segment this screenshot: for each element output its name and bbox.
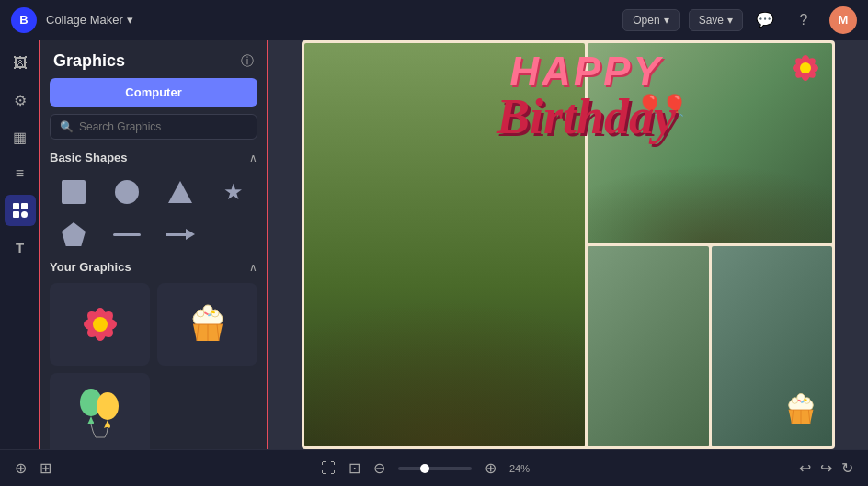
shape-pentagon-item[interactable] xyxy=(50,216,97,253)
nav-layout-btn[interactable]: ▦ xyxy=(5,121,36,153)
balloons-svg xyxy=(73,382,128,446)
svg-rect-2 xyxy=(13,211,19,218)
info-icon[interactable]: ⓘ xyxy=(241,53,254,70)
save-btn[interactable]: Save ▾ xyxy=(689,9,743,31)
shape-pentagon xyxy=(62,222,86,246)
shape-square-item[interactable] xyxy=(50,174,97,210)
basic-shapes-chevron[interactable]: ∧ xyxy=(249,152,257,164)
shape-circle xyxy=(115,180,139,204)
svg-rect-0 xyxy=(13,203,19,209)
bottom-bar: ⊕ ⊞ ⛶ ⊡ ⊖ ⊕ 24% ↩ ↪ ↻ xyxy=(0,449,868,486)
chat-icon[interactable]: 💬 xyxy=(752,7,778,33)
photo-cell-3 xyxy=(588,246,708,446)
flower-sticker xyxy=(785,48,826,96)
cupcake-svg xyxy=(180,297,235,352)
help-icon[interactable]: ? xyxy=(791,7,817,33)
app-title-btn[interactable]: Collage Maker ▾ xyxy=(46,13,133,27)
zoom-in-icon[interactable]: ⊕ xyxy=(485,459,497,477)
redo-icon[interactable]: ↪ xyxy=(820,459,832,477)
canvas-area: 🎈🎈 HAPPY Birthday xyxy=(268,40,868,449)
app-logo: B xyxy=(11,7,37,33)
undo-icon[interactable]: ↩ xyxy=(799,459,811,477)
svg-point-8 xyxy=(93,317,108,332)
topbar: B Collage Maker ▾ Open ▾ Save ▾ 💬 ? M xyxy=(0,0,868,40)
compress-icon[interactable]: ⊡ xyxy=(348,459,360,477)
grid-icon[interactable]: ⊞ xyxy=(40,459,51,477)
search-input[interactable] xyxy=(79,120,247,133)
photo-cell-1 xyxy=(304,43,585,446)
people-shadow-1 xyxy=(304,185,585,446)
panel-header: Graphics ⓘ xyxy=(40,40,267,78)
bottom-right-icons: ↩ ↪ ↻ xyxy=(799,459,853,477)
photo-bg-3 xyxy=(588,246,708,446)
svg-rect-1 xyxy=(21,203,28,209)
search-bar: 🔍 xyxy=(50,114,257,140)
panel-title: Graphics xyxy=(53,51,125,71)
main-layout: 🖼 ⚙ ▦ ≡ T Graphics ⓘ Computer 🔍 xyxy=(0,40,868,449)
layers-icon[interactable]: ⊕ xyxy=(15,459,27,477)
svg-point-20 xyxy=(97,392,119,420)
canvas-wrap: 🎈🎈 HAPPY Birthday xyxy=(302,40,835,449)
bottom-left-icons: ⊕ ⊞ xyxy=(15,459,51,477)
svg-point-30 xyxy=(804,398,810,404)
collage-grid: 🎈🎈 xyxy=(302,40,835,449)
cupcake-sticker xyxy=(778,385,824,438)
graphics-panel: Graphics ⓘ Computer 🔍 Basic Shapes ∧ xyxy=(40,40,268,449)
shape-line xyxy=(113,233,141,236)
zoom-slider[interactable] xyxy=(398,467,472,470)
search-icon: 🔍 xyxy=(60,120,74,133)
shape-arrow xyxy=(166,229,195,240)
nav-filters-btn[interactable]: ⚙ xyxy=(5,85,36,116)
shape-arrow-item[interactable] xyxy=(156,216,204,253)
panel-content: Computer 🔍 Basic Shapes ∧ xyxy=(40,78,267,449)
nav-text-btn[interactable]: T xyxy=(5,232,36,263)
zoom-out-icon[interactable]: ⊖ xyxy=(373,459,385,477)
shape-triangle xyxy=(168,181,192,203)
shape-circle-item[interactable] xyxy=(103,174,151,210)
people-shadow-2 xyxy=(588,103,832,243)
icon-nav: 🖼 ⚙ ▦ ≡ T xyxy=(0,40,40,449)
avatar[interactable]: M xyxy=(829,6,857,34)
svg-point-3 xyxy=(21,211,28,218)
shape-star-item[interactable]: ★ xyxy=(210,174,257,210)
graphic-balloons[interactable] xyxy=(50,373,150,449)
svg-point-12 xyxy=(211,310,219,317)
your-graphics-header: Your Graphics ∧ xyxy=(50,260,257,274)
svg-point-26 xyxy=(800,62,811,73)
shape-square xyxy=(62,180,86,204)
zoom-thumb xyxy=(420,464,429,473)
open-btn[interactable]: Open ▾ xyxy=(622,9,679,31)
graphic-flower[interactable] xyxy=(50,283,150,366)
graphics-grid xyxy=(50,283,257,449)
refresh-icon[interactable]: ↻ xyxy=(841,459,853,477)
zoom-percent: 24% xyxy=(509,463,530,474)
graphic-cupcake[interactable] xyxy=(157,283,257,366)
flower-svg xyxy=(73,297,128,352)
computer-btn[interactable]: Computer xyxy=(50,78,257,107)
shape-triangle-item[interactable] xyxy=(156,174,204,210)
graphics-nav-icon xyxy=(11,201,29,220)
nav-graphics-btn[interactable] xyxy=(5,195,36,226)
your-graphics-title: Your Graphics xyxy=(50,260,131,274)
your-graphics-chevron[interactable]: ∧ xyxy=(249,261,257,274)
balloon-sticker-in-photo: 🎈🎈 xyxy=(637,94,687,118)
shapes-grid: ★ xyxy=(50,174,257,253)
shape-line-item[interactable] xyxy=(103,216,151,253)
collage-canvas[interactable]: 🎈🎈 HAPPY Birthday xyxy=(302,40,835,449)
nav-image-btn[interactable]: 🖼 xyxy=(5,48,36,79)
shape-star: ★ xyxy=(223,179,244,205)
nav-list-btn[interactable]: ≡ xyxy=(5,158,36,189)
expand-icon[interactable]: ⛶ xyxy=(321,460,336,477)
topbar-icons: 💬 ? M xyxy=(752,6,857,34)
basic-shapes-header: Basic Shapes ∧ xyxy=(50,151,257,164)
bottom-center-controls: ⛶ ⊡ ⊖ ⊕ 24% xyxy=(321,459,530,477)
basic-shapes-title: Basic Shapes xyxy=(50,151,128,164)
